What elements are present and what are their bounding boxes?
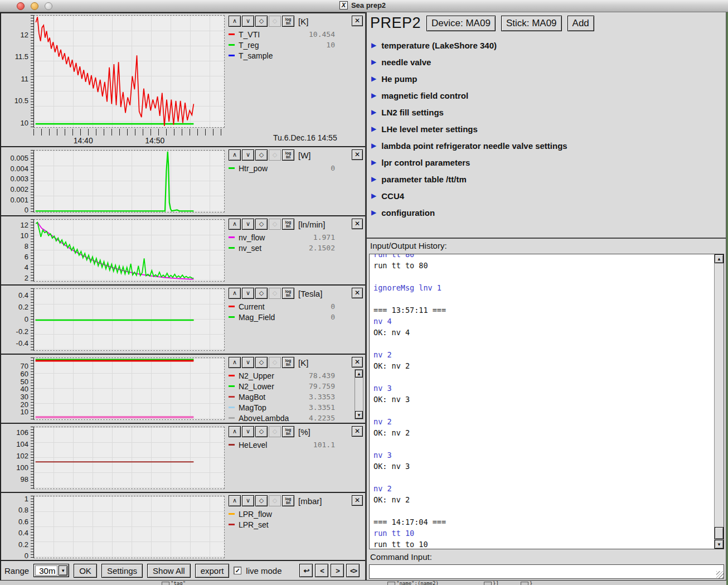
resize-grip[interactable] <box>716 571 724 578</box>
expand-triangle-icon[interactable]: ▶ <box>371 58 376 66</box>
zoom-reset-button[interactable]: ◇ <box>255 495 268 506</box>
scroll-up-arrow-icon[interactable]: ▲ <box>355 370 363 378</box>
io-line <box>373 472 724 483</box>
chevron-down-icon[interactable]: ▼ <box>59 565 67 576</box>
log-lin-button[interactable]: loglin <box>282 16 294 27</box>
tree-item-3[interactable]: ▶magnetic field control <box>371 87 722 104</box>
log-lin-button[interactable]: loglin <box>282 495 294 506</box>
expand-triangle-icon[interactable]: ▶ <box>371 75 376 83</box>
scroll-up-button[interactable]: ∧ <box>229 16 241 27</box>
close-icon[interactable]: ✕ <box>352 357 363 368</box>
scroll-up-button[interactable]: ∧ <box>229 357 241 368</box>
zoom-reset-button[interactable]: ◇ <box>255 16 268 27</box>
plot-area-temperature[interactable] <box>33 15 225 128</box>
plot-area-lpr[interactable] <box>33 496 225 558</box>
zoom-reset-button[interactable]: ◇ <box>255 288 268 299</box>
device-button[interactable]: Device: MA09 <box>426 16 496 31</box>
expand-triangle-icon[interactable]: ▶ <box>371 175 376 183</box>
export-button[interactable]: export <box>195 564 230 578</box>
zoom-reset-button[interactable]: ◇ <box>255 357 268 368</box>
scroll-up-button[interactable]: ∧ <box>229 495 241 506</box>
expand-triangle-icon[interactable]: ▶ <box>371 125 376 133</box>
scroll-down-button[interactable]: ∨ <box>242 16 254 27</box>
series-name: nv_set <box>239 244 292 253</box>
expand-triangle-icon[interactable]: ▶ <box>371 192 376 200</box>
close-icon[interactable]: ✕ <box>352 149 363 160</box>
plot-area-he-level[interactable] <box>33 427 225 489</box>
zoom-reset-button[interactable]: ◇ <box>255 219 268 230</box>
range-combobox[interactable]: 30m ▼ <box>33 564 69 577</box>
show-all-button[interactable]: Show All <box>147 564 191 578</box>
scroll-down-button[interactable]: ∨ <box>242 219 254 230</box>
stick-button[interactable]: Stick: MA09 <box>501 16 562 31</box>
scroll-down-arrow-icon[interactable]: ▼ <box>355 411 363 419</box>
scroll-down-arrow-icon[interactable]: ▼ <box>715 540 724 549</box>
live-mode-checkbox[interactable]: ✓ <box>234 567 241 574</box>
tree-item-7[interactable]: ▶lpr control parameters <box>371 154 722 171</box>
section-divider <box>367 238 726 239</box>
range-value[interactable]: 30m <box>35 565 57 576</box>
scroll-up-arrow-icon[interactable]: ▲ <box>715 254 724 263</box>
command-input[interactable] <box>369 564 724 579</box>
scroll-up-button[interactable]: ∧ <box>229 288 241 299</box>
tree-item-2[interactable]: ▶He pump <box>371 70 722 87</box>
tree-item-label: He pump <box>381 74 417 84</box>
log-lin-button[interactable]: loglin <box>282 149 294 161</box>
io-history-scrollbar[interactable]: ▲ ▼ <box>714 254 724 549</box>
minimize-window-button[interactable] <box>31 2 38 10</box>
log-lin-button[interactable]: loglin <box>282 288 294 299</box>
tree-item-1[interactable]: ▶needle valve <box>371 54 722 70</box>
expand-triangle-icon[interactable]: ▶ <box>371 41 376 49</box>
scroll-down-button[interactable]: ∨ <box>242 495 254 506</box>
close-window-button[interactable] <box>17 2 25 10</box>
series-color-dash <box>229 513 235 515</box>
close-icon[interactable]: ✕ <box>352 288 363 298</box>
settings-button[interactable]: Settings <box>101 564 143 578</box>
scroll-down-button[interactable]: ∨ <box>242 357 254 368</box>
tree-item-0[interactable]: ▶temperature (LakeShore 340) <box>371 37 722 54</box>
expand-triangle-icon[interactable]: ▶ <box>371 158 376 166</box>
y-tick-label: 0.2 <box>4 303 28 311</box>
plot-area-magnet[interactable] <box>33 288 225 351</box>
step-right-icon[interactable]: > <box>331 564 344 577</box>
close-icon[interactable]: ✕ <box>352 219 363 229</box>
log-lin-button[interactable]: loglin <box>282 357 294 368</box>
legend-scrollbar[interactable]: ▲▼ <box>355 369 363 419</box>
scroll-down-button[interactable]: ∨ <box>242 149 254 161</box>
tree-item-9[interactable]: ▶CCU4 <box>371 187 722 204</box>
tree-item-6[interactable]: ▶lambda point refrigerator needle valve … <box>371 137 722 154</box>
log-lin-button[interactable]: loglin <box>282 426 294 437</box>
scroll-down-button[interactable]: ∨ <box>242 426 254 437</box>
expand-triangle-icon[interactable]: ▶ <box>371 209 376 216</box>
zoom-reset-button[interactable]: ◇ <box>255 426 268 437</box>
expand-triangle-icon[interactable]: ▶ <box>371 142 376 149</box>
ok-button[interactable]: OK <box>74 564 97 578</box>
step-left-icon[interactable]: < <box>315 564 328 577</box>
series-nv_flow <box>36 223 193 279</box>
log-lin-button[interactable]: loglin <box>282 219 294 230</box>
replay-icon[interactable]: ↩ <box>299 564 313 577</box>
plot-area-heater-power[interactable] <box>33 150 225 212</box>
tree-item-10[interactable]: ▶configuration <box>371 204 722 221</box>
scroll-up-button[interactable]: ∧ <box>229 426 241 437</box>
io-history-console[interactable]: run tt 80run tt to 80 ignoreMsg lnv 1 ==… <box>369 254 724 549</box>
close-icon[interactable]: ✕ <box>352 426 363 437</box>
expand-triangle-icon[interactable]: ▶ <box>371 91 376 99</box>
scroll-down-button[interactable]: ∨ <box>242 288 254 299</box>
close-icon[interactable]: ✕ <box>352 495 363 506</box>
plot-area-nv-flow[interactable] <box>33 219 225 282</box>
add-button[interactable]: Add <box>567 16 594 31</box>
scrollbar-thumb[interactable] <box>715 527 724 539</box>
expand-triangle-icon[interactable]: ▶ <box>371 108 376 116</box>
zoom-reset-button[interactable]: ◇ <box>255 149 268 161</box>
full-range-icon[interactable]: <> <box>346 564 360 577</box>
unit-label: [%] <box>298 427 310 437</box>
tree-item-8[interactable]: ▶parameter table /tt/tm <box>371 171 722 187</box>
plot-area-cryo-temps[interactable] <box>33 357 225 420</box>
tree-item-5[interactable]: ▶LHe level meter settings <box>371 120 722 137</box>
tree-item-4[interactable]: ▶LN2 fill settings <box>371 104 722 120</box>
scroll-up-button[interactable]: ∧ <box>229 149 241 161</box>
zoom-out-button: ◇ <box>269 16 281 27</box>
scroll-up-button[interactable]: ∧ <box>229 219 241 230</box>
close-icon[interactable]: ✕ <box>352 16 363 26</box>
